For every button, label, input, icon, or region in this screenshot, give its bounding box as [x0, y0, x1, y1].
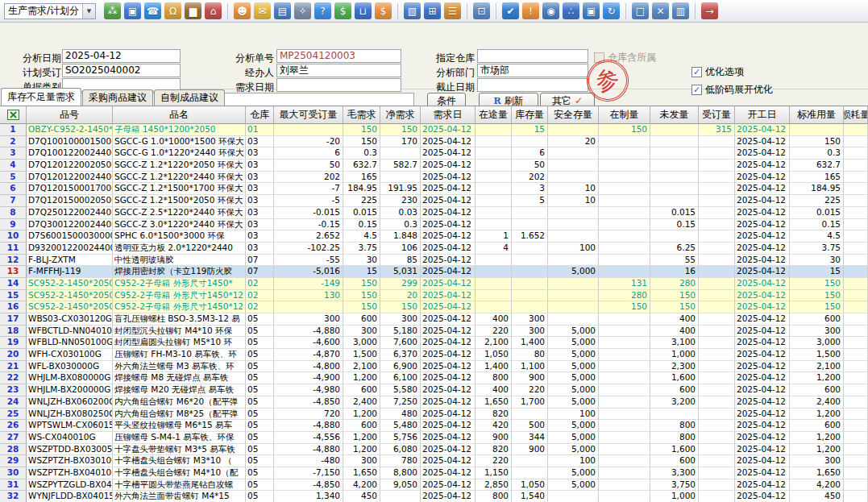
cell[interactable]: 2025-04-12: [735, 467, 790, 479]
alert-icon[interactable]: !: [522, 2, 539, 19]
cell[interactable]: [699, 455, 735, 467]
cell[interactable]: [599, 479, 650, 492]
cell[interactable]: 0.015: [790, 207, 844, 219]
cell[interactable]: 外六角法兰面带齿螺钉 M4*15: [113, 491, 246, 502]
cell[interactable]: 2025-04-12: [735, 420, 790, 432]
cell[interactable]: 150: [599, 124, 650, 136]
cell[interactable]: 2025-04-12: [735, 290, 790, 302]
cell[interactable]: 05: [246, 444, 274, 456]
cell[interactable]: 225: [343, 195, 380, 207]
table-row[interactable]: 17WBS03-CX030120G盲孔压铆螺柱 BSO-3.5M3-12 易05…: [0, 313, 868, 326]
cell[interactable]: 05: [246, 372, 274, 384]
cell[interactable]: 6,080: [380, 444, 421, 456]
cell[interactable]: 2025-04-12: [421, 396, 476, 409]
cell[interactable]: 280: [650, 278, 699, 290]
table-row[interactable]: 29WSZPTZH-BX030100G十字槽盘头组合螺钉 M3*10 （05-4…: [0, 455, 868, 467]
cell[interactable]: [512, 136, 548, 148]
cell[interactable]: OBZY-C952-2-1450*20: [27, 124, 113, 136]
cell[interactable]: 5,000: [548, 467, 599, 479]
cell[interactable]: 2025-04-12: [735, 432, 790, 444]
cell[interactable]: 焊接螺母 M20 无碰焊点 易车铁: [113, 384, 246, 396]
cell[interactable]: 100: [548, 455, 599, 467]
cell[interactable]: [599, 230, 650, 243]
cell[interactable]: [650, 172, 699, 184]
cell[interactable]: [844, 384, 868, 396]
cell[interactable]: 2025-04-12: [421, 160, 476, 172]
cell[interactable]: 780: [380, 455, 421, 467]
cell[interactable]: 2025-04-12: [421, 255, 476, 267]
cell[interactable]: [844, 349, 868, 361]
cell[interactable]: 1,200: [790, 432, 844, 444]
table-row[interactable]: 7D7Q1201500020500GSGCC-Z 1.2*1500*2050 环…: [0, 195, 868, 207]
row-number[interactable]: 4: [0, 160, 27, 172]
cell[interactable]: 15: [512, 124, 548, 136]
cell[interactable]: [844, 183, 868, 195]
cell[interactable]: 6.25: [650, 243, 699, 255]
cell[interactable]: 2025-04-12: [735, 195, 790, 207]
cell[interactable]: [844, 147, 868, 160]
cell[interactable]: 1,200: [343, 432, 380, 444]
card-icon[interactable]: ▤: [274, 2, 291, 19]
cell[interactable]: SGCC-Z 1.2*1500*1700 环保大: [113, 183, 246, 195]
cell[interactable]: [512, 467, 548, 479]
table-row[interactable]: 32WYNJFLDD-BX040150G外六角法兰面带齿螺钉 M4*15051,…: [0, 491, 868, 502]
cell[interactable]: -149: [274, 278, 343, 290]
cell[interactable]: 2025-04-12: [735, 183, 790, 195]
cell[interactable]: [476, 255, 512, 267]
cell[interactable]: 2.652: [274, 230, 343, 243]
row-number[interactable]: 7: [0, 195, 27, 207]
computer-icon[interactable]: ▣: [124, 2, 141, 19]
optimize-checkbox[interactable]: ✓ 优化选项: [691, 65, 744, 79]
cell[interactable]: 2025-04-12: [735, 455, 790, 467]
cell[interactable]: 十字槽盘头组合螺钉 M4*10（配: [113, 467, 246, 479]
cell[interactable]: 5,480: [380, 420, 421, 432]
row-number[interactable]: 30: [0, 467, 27, 479]
cascade-windows-icon[interactable]: ▥: [672, 2, 689, 19]
cell[interactable]: 07: [246, 255, 274, 267]
cell[interactable]: 299: [380, 278, 421, 290]
cell[interactable]: 2025-04-12: [421, 372, 476, 384]
cell[interactable]: [699, 147, 735, 160]
cell[interactable]: -4,880: [274, 444, 343, 456]
cell[interactable]: 5,180: [380, 326, 421, 338]
column-header-8[interactable]: 在途量: [476, 106, 512, 124]
cell[interactable]: [599, 266, 650, 278]
cell[interactable]: 450: [790, 491, 844, 502]
table-row[interactable]: 30WSZPTZH-BX040100G十字槽盘头组合螺钉 M4*10（配05-7…: [0, 467, 868, 479]
cell[interactable]: 压铆螺钉 FH-M3-10 易车铁、环: [113, 349, 246, 361]
cell[interactable]: 16: [650, 266, 699, 278]
table-row[interactable]: 5D7Q1201220024400GSGCC-Z 1.2*1220*2440 环…: [0, 172, 868, 184]
message-icon[interactable]: ✉: [254, 2, 271, 19]
cell[interactable]: 2025-04-12: [421, 195, 476, 207]
cell[interactable]: [548, 290, 599, 302]
cell[interactable]: 2025-04-12: [735, 491, 790, 502]
cell[interactable]: 1,340: [274, 491, 343, 502]
cell[interactable]: 220: [476, 326, 512, 338]
cell[interactable]: 05: [246, 432, 274, 444]
cell[interactable]: 5,000: [548, 384, 599, 396]
table-row[interactable]: 8D7Q2501220024400GSGCC-Z 2.5*1220*2440 环…: [0, 207, 868, 219]
cell[interactable]: [650, 195, 699, 207]
cell[interactable]: 600: [790, 420, 844, 432]
cell[interactable]: [844, 219, 868, 231]
cell[interactable]: D7Q1201500017000G: [27, 183, 113, 195]
cell[interactable]: 封闭型沉头拉铆钉 M4*10 环保: [113, 326, 246, 338]
analysis-no-field[interactable]: MP2504120003: [276, 49, 401, 63]
cell[interactable]: 300: [380, 313, 421, 326]
cell[interactable]: [699, 207, 735, 219]
row-number[interactable]: 31: [0, 479, 27, 492]
cell[interactable]: F-BLJ-ZXTM: [27, 255, 113, 267]
close-window-icon[interactable]: ✕: [652, 2, 669, 19]
cell[interactable]: WFBCTLD-NN040100G: [27, 326, 113, 338]
cell[interactable]: 1,100: [512, 361, 548, 373]
cell[interactable]: 55: [650, 255, 699, 267]
cell[interactable]: D932001220024400G: [27, 243, 113, 255]
cell[interactable]: 150: [343, 301, 380, 313]
cell[interactable]: 1,200: [343, 372, 380, 384]
cell[interactable]: [476, 219, 512, 231]
cell[interactable]: 480: [380, 409, 421, 421]
cell[interactable]: 2025-04-12: [735, 301, 790, 313]
table-row[interactable]: 19WFBLD-NN050100G封闭型扁圆头拉铆钉 M5*10 环05-4,6…: [0, 337, 868, 349]
cell[interactable]: 2025-04-12: [421, 432, 476, 444]
table-row[interactable]: 6D7Q1201500017000GSGCC-Z 1.2*1500*1700 环…: [0, 183, 868, 195]
